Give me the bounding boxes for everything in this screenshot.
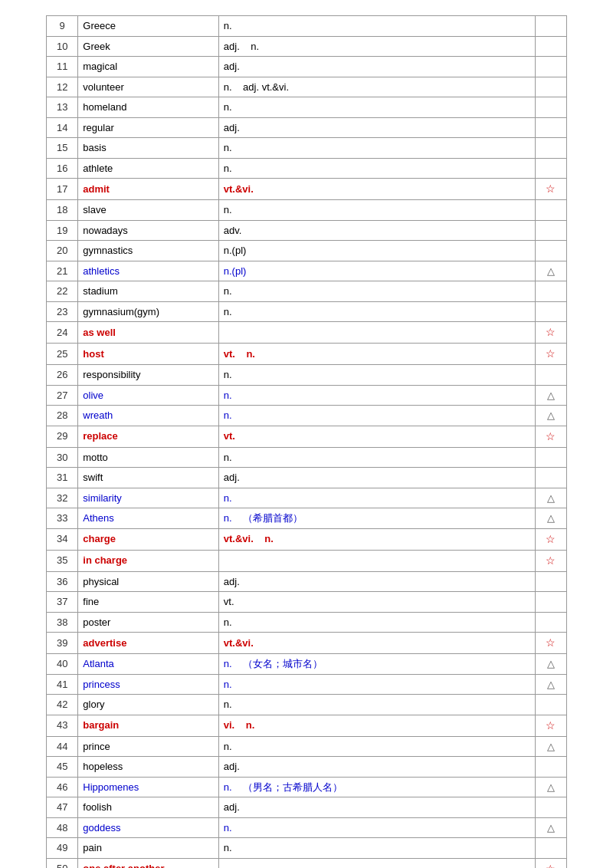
row-icon: △ (535, 674, 566, 695)
star-icon: ☆ (546, 326, 556, 338)
row-number: 46 (47, 777, 78, 797)
table-row: 46Hippomenesn. （男名；古希腊人名）△ (47, 777, 567, 797)
row-number: 21 (47, 261, 78, 281)
row-number: 48 (47, 817, 78, 838)
row-word: basis (78, 138, 219, 159)
row-definition: adj. (218, 797, 535, 818)
row-icon (535, 200, 566, 221)
row-definition: n. （女名；城市名） (218, 654, 535, 675)
table-row: 9Greecen. (47, 16, 567, 37)
row-number: 32 (47, 488, 78, 508)
row-icon: ☆ (535, 426, 566, 447)
row-definition: n. (218, 695, 535, 715)
star-icon: ☆ (546, 347, 556, 360)
row-definition: n. (218, 138, 535, 159)
row-number: 47 (47, 797, 78, 818)
row-number: 44 (47, 736, 78, 757)
triangle-icon: △ (547, 265, 555, 277)
table-row: 29replacevt.☆ (47, 426, 567, 447)
row-definition: n.(pl) (218, 261, 535, 281)
row-icon: △ (535, 777, 566, 797)
row-icon (535, 117, 566, 138)
table-row: 20gymnasticsn.(pl) (47, 241, 567, 261)
row-number: 14 (47, 117, 78, 138)
row-icon (535, 571, 566, 592)
table-row: 26responsibilityn. (47, 365, 567, 386)
row-icon (535, 797, 566, 818)
table-row: 16athleten. (47, 158, 567, 179)
row-number: 19 (47, 220, 78, 241)
row-icon (535, 612, 566, 633)
row-number: 11 (47, 57, 78, 77)
row-icon (535, 77, 566, 97)
row-number: 43 (47, 715, 78, 736)
row-icon: △ (535, 261, 566, 281)
row-word: prince (78, 736, 219, 757)
row-icon (535, 838, 566, 859)
row-icon (535, 281, 566, 302)
row-definition: n. (218, 158, 535, 179)
row-icon (535, 592, 566, 613)
row-word: glory (78, 695, 219, 715)
row-definition: n. (218, 817, 535, 838)
row-word: swift (78, 468, 219, 488)
row-word: gymnasium(gym) (78, 301, 219, 322)
row-icon (535, 757, 566, 778)
row-word: olive (78, 385, 219, 406)
row-number: 34 (47, 528, 78, 550)
row-icon: △ (535, 385, 566, 406)
row-icon: △ (535, 508, 566, 529)
row-icon: ☆ (535, 179, 566, 200)
table-row: 37finevt. (47, 592, 567, 613)
table-row: 10Greekadj. n. (47, 36, 567, 57)
row-word: as well (78, 322, 219, 344)
row-icon: △ (535, 406, 566, 426)
row-definition: vt.&vi. (218, 633, 535, 654)
table-row: 13homelandn. (47, 97, 567, 118)
table-row: 28wreathn.△ (47, 406, 567, 426)
row-definition: adj. (218, 571, 535, 592)
row-definition (218, 550, 535, 571)
table-row: 30motton. (47, 447, 567, 468)
triangle-icon: △ (547, 822, 555, 833)
row-icon (535, 57, 566, 77)
row-definition: vt. (218, 426, 535, 447)
row-word: Athens (78, 508, 219, 529)
row-word: volunteer (78, 77, 219, 97)
row-icon (535, 695, 566, 715)
row-word: homeland (78, 97, 219, 118)
row-word: slave (78, 200, 219, 221)
table-row: 38postern. (47, 612, 567, 633)
row-number: 17 (47, 179, 78, 200)
row-icon (535, 16, 566, 37)
row-number: 9 (47, 16, 78, 37)
row-number: 15 (47, 138, 78, 159)
table-row: 42gloryn. (47, 695, 567, 715)
row-word: goddess (78, 817, 219, 838)
row-icon: ☆ (535, 322, 566, 344)
row-word: wreath (78, 406, 219, 426)
row-icon: ☆ (535, 858, 566, 868)
row-word: regular (78, 117, 219, 138)
row-number: 45 (47, 757, 78, 778)
row-word: host (78, 344, 219, 365)
row-number: 25 (47, 344, 78, 365)
row-word: charge (78, 528, 219, 550)
row-definition: vt. (218, 592, 535, 613)
row-word: foolish (78, 797, 219, 818)
table-row: 12volunteern. adj. vt.&vi. (47, 77, 567, 97)
star-icon: ☆ (546, 533, 556, 545)
row-number: 24 (47, 322, 78, 344)
row-word: similarity (78, 488, 219, 508)
row-number: 36 (47, 571, 78, 592)
row-definition: n. (218, 406, 535, 426)
table-row: 27oliven.△ (47, 385, 567, 406)
table-row: 15basisn. (47, 138, 567, 159)
row-definition: vt.&vi. (218, 179, 535, 200)
row-number: 20 (47, 241, 78, 261)
row-icon: ☆ (535, 528, 566, 550)
row-icon (535, 158, 566, 179)
triangle-icon: △ (547, 390, 555, 401)
table-row: 41princessn.△ (47, 674, 567, 695)
table-row: 17admitvt.&vi.☆ (47, 179, 567, 200)
